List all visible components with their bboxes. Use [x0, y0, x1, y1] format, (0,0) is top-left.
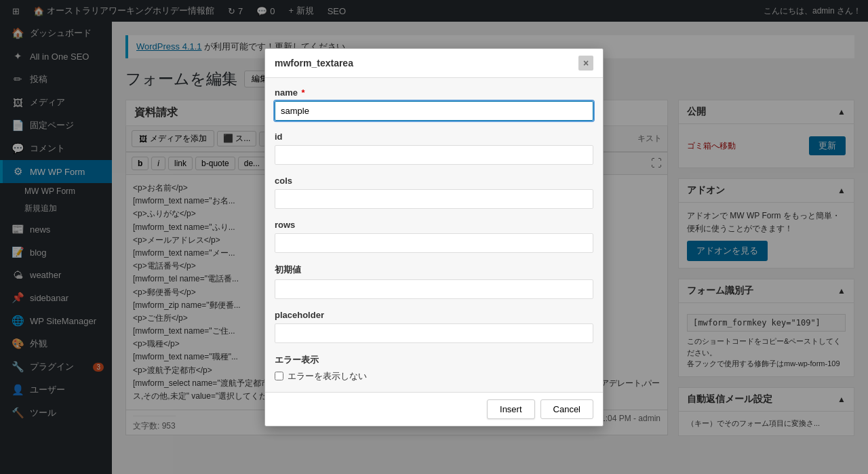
- modal-input-id[interactable]: [275, 145, 593, 165]
- modal-input-placeholder[interactable]: [275, 323, 593, 343]
- modal-input-name[interactable]: [275, 101, 593, 121]
- modal-error-label: エラー表示: [275, 355, 319, 365]
- modal-error-row: エラーを表示しない: [275, 370, 593, 382]
- modal-field-rows: rows: [275, 220, 593, 253]
- modal-footer: Insert Cancel: [265, 392, 603, 426]
- modal-input-cols[interactable]: [275, 189, 593, 209]
- modal-field-placeholder: placeholder: [275, 310, 593, 343]
- modal-field-id: id: [275, 132, 593, 165]
- modal-error-section: エラー表示 エラーを表示しない: [275, 354, 593, 382]
- modal-label-name: name *: [275, 87, 593, 98]
- modal-error-checkbox[interactable]: [275, 372, 283, 380]
- modal-insert-button[interactable]: Insert: [487, 399, 535, 419]
- required-indicator: *: [302, 87, 305, 98]
- modal-label-cols: cols: [275, 176, 593, 186]
- modal-cancel-button[interactable]: Cancel: [540, 399, 593, 419]
- modal-field-name: name *: [275, 87, 593, 121]
- modal-label-initial: 初期値: [275, 264, 593, 276]
- modal-title: mwform_textarea: [275, 58, 353, 68]
- modal-label-placeholder: placeholder: [275, 310, 593, 320]
- modal-dialog: mwform_textarea × name * id cols: [264, 48, 604, 427]
- modal-field-cols: cols: [275, 176, 593, 209]
- modal-error-checkbox-label: エラーを表示しない: [288, 370, 367, 382]
- modal-overlay[interactable]: mwform_textarea × name * id cols: [0, 0, 868, 474]
- modal-input-initial[interactable]: [275, 279, 593, 299]
- modal-header: mwform_textarea ×: [265, 49, 603, 78]
- modal-label-id: id: [275, 132, 593, 142]
- modal-input-rows[interactable]: [275, 233, 593, 253]
- modal-close-button[interactable]: ×: [578, 56, 593, 71]
- modal-field-initial: 初期値: [275, 264, 593, 299]
- modal-body: name * id cols rows 初期値: [265, 78, 603, 392]
- modal-label-rows: rows: [275, 220, 593, 230]
